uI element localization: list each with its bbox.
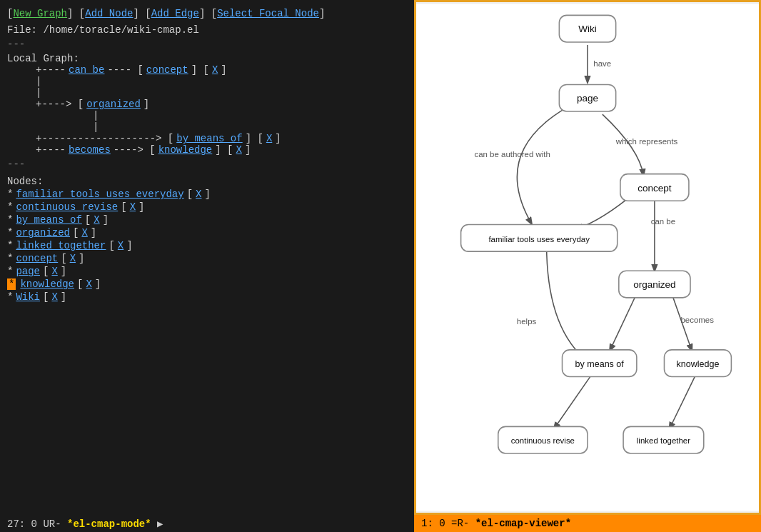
current-indicator: * [7, 278, 16, 290]
node-item-continuous: * continuous revise [ X ] [7, 201, 407, 213]
can-be-link[interactable]: can be [69, 64, 104, 76]
toolbar-line: [New Graph] [Add Node] [Add Edge] [Selec… [7, 6, 407, 21]
concept-link[interactable]: concept [146, 64, 188, 76]
node-x-linked[interactable]: X [118, 240, 124, 251]
nodes-section: Nodes: * familiar tools uses everyday [ … [7, 176, 407, 303]
svg-text:linked together: linked together [637, 436, 690, 445]
add-edge-button[interactable]: Add Edge [151, 8, 199, 19]
status-right: 1: 0 =R- *el-cmap-viewer* [414, 515, 761, 532]
node-item-familiar: * familiar tools uses everyday [ X ] [7, 189, 407, 200]
svg-text:helps: helps [517, 317, 537, 326]
svg-text:becomes: becomes [680, 316, 714, 324]
node-link-familiar[interactable]: familiar tools uses everyday [16, 189, 183, 200]
svg-text:have: have [593, 59, 611, 68]
local-graph-label: Local Graph: [7, 53, 407, 64]
node-link-page[interactable]: page [16, 266, 40, 277]
svg-text:knowledge: knowledge [677, 359, 720, 369]
svg-text:by means of: by means of [575, 359, 625, 369]
status-right-text: 1: 0 =R- *el-cmap-viewer* [421, 518, 571, 529]
node-link-organized[interactable]: organized [16, 227, 70, 239]
node-x-continuous[interactable]: X [130, 201, 136, 213]
svg-text:which represents: which represents [615, 137, 678, 146]
node-x-organized[interactable]: X [81, 227, 87, 239]
node-item-concept: * concept [ X ] [7, 253, 407, 264]
node-link-continuous[interactable]: continuous revise [16, 201, 118, 213]
node-x-knowledge[interactable]: X [86, 278, 91, 290]
becomes-line: +---- becomes ----> [ knowledge ] [ X ] [36, 144, 407, 156]
select-focal-button[interactable]: Select Focal Node [217, 8, 319, 19]
node-link-concept[interactable]: concept [16, 253, 58, 264]
status-bar: 27: 0 UR- *el-cmap-mode* ▶ 1: 0 =R- *el-… [0, 515, 761, 532]
node-item-knowledge: * knowledge [ X ] [7, 278, 407, 290]
svg-text:can be authored with: can be authored with [474, 150, 550, 159]
becomes-link[interactable]: becomes [69, 144, 111, 156]
knowledge-tree-link[interactable]: knowledge [158, 144, 213, 156]
separator-2: --- [7, 159, 407, 170]
status-left-text: 27: 0 UR- *el-cmap-mode* ▶ [7, 518, 163, 530]
organized-link[interactable]: organized [86, 99, 141, 110]
x3-link[interactable]: X [266, 133, 272, 144]
svg-text:page: page [577, 93, 598, 104]
x1-link[interactable]: X [212, 64, 218, 76]
by-means-link[interactable]: by means of [176, 133, 242, 144]
svg-text:familiar tools uses everyday: familiar tools uses everyday [488, 235, 590, 244]
nodes-label: Nodes: [7, 176, 407, 187]
svg-text:continuous revise: continuous revise [511, 436, 575, 445]
graph-svg: have can be authored with which represen… [416, 2, 759, 513]
mode-indicator-left: *el-cmap-mode* [67, 518, 151, 530]
organized-line: +----> [ organized ] [36, 99, 407, 110]
file-path: /home/toracle/wiki-cmap.el [43, 24, 198, 36]
node-x-wiki[interactable]: X [51, 291, 57, 303]
node-item-bymeans: * by means of [ X ] [7, 214, 407, 226]
node-item-linked: * linked together [ X ] [7, 240, 407, 251]
node-x-bymeans[interactable]: X [94, 214, 99, 226]
svg-text:concept: concept [637, 183, 672, 194]
node-item-organized: * organized [ X ] [7, 227, 407, 239]
toolbar: [New Graph] [Add Node] [Add Edge] [Selec… [7, 6, 407, 21]
node-link-bymeans[interactable]: by means of [16, 214, 81, 226]
status-left: 27: 0 UR- *el-cmap-mode* ▶ [0, 515, 414, 532]
mode-indicator-right: *el-cmap-viewer* [475, 518, 571, 529]
node-item-page: * page [ X ] [7, 266, 407, 277]
node-link-linked[interactable]: linked together [16, 240, 106, 251]
add-node-button[interactable]: Add Node [85, 8, 133, 19]
by-means-line: +-------------------> [ by means of ] [ … [36, 133, 407, 144]
separator-1: --- [7, 39, 407, 50]
node-x-page[interactable]: X [51, 266, 57, 277]
svg-text:organized: organized [633, 279, 676, 290]
node-link-knowledge[interactable]: knowledge [20, 278, 74, 290]
file-path-line: File: /home/toracle/wiki-cmap.el [7, 24, 407, 36]
node-x-concept[interactable]: X [70, 253, 76, 264]
svg-text:Wiki: Wiki [578, 24, 597, 34]
new-graph-button[interactable]: New Graph [13, 8, 67, 19]
tree-content: +---- can be ---- [ concept ] [ X ] | | … [36, 64, 407, 156]
node-link-wiki[interactable]: Wiki [16, 291, 40, 303]
file-label: File: [7, 24, 37, 36]
node-item-wiki: * Wiki [ X ] [7, 291, 407, 303]
main-area: [New Graph] [Add Node] [Add Edge] [Selec… [0, 0, 761, 515]
can-be-line: +---- can be ---- [ concept ] [ X ] [36, 64, 407, 76]
node-x-familiar[interactable]: X [196, 189, 201, 200]
x4-link[interactable]: X [236, 144, 241, 156]
graph-viewer[interactable]: have can be authored with which represen… [414, 0, 761, 515]
left-pane: [New Graph] [Add Node] [Add Edge] [Selec… [0, 0, 414, 515]
